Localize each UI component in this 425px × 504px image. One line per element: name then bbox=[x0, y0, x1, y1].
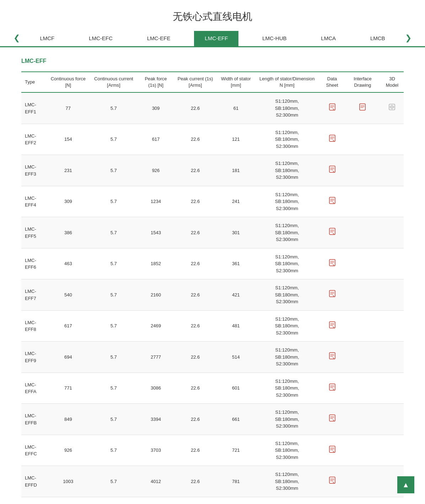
cell-peak-force: 3086 bbox=[138, 372, 173, 404]
cell-cont-current: 5.7 bbox=[89, 248, 138, 279]
cell-data-sheet[interactable] bbox=[319, 217, 345, 248]
cell-peak-force: 309 bbox=[138, 92, 173, 124]
table-row: LMC-EFFD10035.7401222.6781S1:120mm,SB:18… bbox=[21, 466, 404, 497]
cell-peak-force: 1234 bbox=[138, 186, 173, 217]
tab-lmc-hub[interactable]: LMC-HUB bbox=[252, 31, 297, 47]
col-header-length-stator: Length of stator/Dimension N [mm] bbox=[254, 72, 319, 92]
cell-interface-drawing bbox=[345, 466, 381, 497]
cell-data-sheet[interactable] bbox=[319, 342, 345, 373]
cell-length-stator: S1:120mm,SB:180mm,S2:300mm bbox=[254, 466, 319, 497]
cell-cont-force: 1003 bbox=[47, 466, 89, 497]
cell-type: LMC-EFF9 bbox=[21, 342, 47, 373]
cell-peak-current: 22.6 bbox=[173, 466, 217, 497]
tabs-wrapper: LMCFLMC-EFCLMC-EFELMC-EFFLMC-HUBLMCALMCB bbox=[23, 31, 402, 45]
cell-width-stator: 301 bbox=[217, 217, 254, 248]
svg-rect-5 bbox=[329, 197, 335, 204]
cell-3d-model[interactable] bbox=[381, 92, 404, 124]
table-row: LMC-EFFC9265.7370322.6721S1:120mm,SB:180… bbox=[21, 435, 404, 466]
svg-rect-0 bbox=[329, 104, 335, 110]
cell-cont-current: 5.7 bbox=[89, 155, 138, 186]
pdf-icon[interactable] bbox=[329, 199, 335, 205]
svg-rect-7 bbox=[329, 259, 335, 266]
pdf-icon[interactable] bbox=[329, 448, 335, 454]
cell-peak-force: 3703 bbox=[138, 435, 173, 466]
cell-length-stator: S1:120mm,SB:180mm,S2:300mm bbox=[254, 248, 319, 279]
cell-peak-force: 1852 bbox=[138, 248, 173, 279]
cell-data-sheet[interactable] bbox=[319, 124, 345, 155]
cell-cont-force: 540 bbox=[47, 279, 89, 311]
cell-cont-force: 77 bbox=[47, 92, 89, 124]
cell-interface-drawing[interactable] bbox=[345, 92, 381, 124]
tab-lmc-efc[interactable]: LMC-EFC bbox=[78, 31, 123, 47]
cell-peak-current: 22.6 bbox=[173, 186, 217, 217]
prev-arrow-icon[interactable]: ❮ bbox=[11, 30, 23, 46]
table-row: LMC-EFF32315.792622.6181S1:120mm,SB:180m… bbox=[21, 155, 404, 186]
pdf-icon[interactable] bbox=[329, 323, 335, 329]
tab-lmca[interactable]: LMCA bbox=[310, 31, 346, 47]
col-header-cont-current: Continuous current [Arms] bbox=[89, 72, 138, 92]
cell-cont-force: 926 bbox=[47, 435, 89, 466]
cell-data-sheet[interactable] bbox=[319, 404, 345, 435]
cell-interface-drawing bbox=[345, 186, 381, 217]
cell-data-sheet[interactable] bbox=[319, 466, 345, 497]
cell-3d-model bbox=[381, 279, 404, 311]
pdf-icon[interactable] bbox=[329, 354, 335, 360]
next-arrow-icon[interactable]: ❯ bbox=[402, 30, 414, 46]
interface-pdf-icon[interactable] bbox=[359, 106, 366, 112]
pdf-icon[interactable] bbox=[329, 417, 335, 423]
table-row: LMC-EFF1775.730922.661S1:120mm,SB:180mm,… bbox=[21, 92, 404, 124]
col-header-model-3d: 3D Model bbox=[381, 72, 404, 92]
pdf-icon[interactable] bbox=[329, 261, 335, 267]
cell-data-sheet[interactable] bbox=[319, 155, 345, 186]
cell-peak-force: 4012 bbox=[138, 466, 173, 497]
pdf-icon[interactable] bbox=[329, 292, 335, 298]
tab-lmcf[interactable]: LMCF bbox=[29, 31, 65, 47]
svg-rect-13 bbox=[329, 446, 335, 452]
cell-peak-current: 22.6 bbox=[173, 248, 217, 279]
cell-data-sheet[interactable] bbox=[319, 310, 345, 342]
cell-3d-model bbox=[381, 404, 404, 435]
cell-interface-drawing bbox=[345, 404, 381, 435]
cell-data-sheet[interactable] bbox=[319, 372, 345, 404]
pdf-icon[interactable] bbox=[329, 106, 335, 112]
svg-rect-1 bbox=[360, 104, 365, 110]
table-row: LMC-EFF96945.7277722.6514S1:120mm,SB:180… bbox=[21, 342, 404, 373]
back-to-top-button[interactable]: ▲ bbox=[397, 476, 414, 493]
col-header-peak-current: Peak current (1s) [Arms] bbox=[173, 72, 217, 92]
product-table: TypeContinuous force [N]Continuous curre… bbox=[21, 71, 404, 497]
cell-length-stator: S1:120mm,SB:180mm,S2:300mm bbox=[254, 92, 319, 124]
page-title: 无铁心式直线电机 bbox=[0, 0, 425, 30]
cell-interface-drawing bbox=[345, 248, 381, 279]
svg-rect-14 bbox=[329, 477, 335, 483]
cell-interface-drawing bbox=[345, 342, 381, 373]
cell-cont-current: 5.7 bbox=[89, 372, 138, 404]
tab-lmc-efe[interactable]: LMC-EFE bbox=[136, 31, 181, 47]
cell-data-sheet[interactable] bbox=[319, 92, 345, 124]
pdf-icon[interactable] bbox=[329, 168, 335, 174]
cell-width-stator: 61 bbox=[217, 92, 254, 124]
cell-cont-force: 617 bbox=[47, 310, 89, 342]
svg-rect-9 bbox=[329, 322, 335, 328]
tab-lmcb[interactable]: LMCB bbox=[360, 31, 396, 47]
cell-peak-force: 2777 bbox=[138, 342, 173, 373]
cell-data-sheet[interactable] bbox=[319, 248, 345, 279]
pdf-icon[interactable] bbox=[329, 386, 335, 392]
cell-data-sheet[interactable] bbox=[319, 435, 345, 466]
3d-model-icon[interactable] bbox=[389, 105, 395, 111]
cell-peak-current: 22.6 bbox=[173, 217, 217, 248]
cell-peak-current: 22.6 bbox=[173, 404, 217, 435]
cell-peak-current: 22.6 bbox=[173, 155, 217, 186]
cell-data-sheet[interactable] bbox=[319, 279, 345, 311]
cell-length-stator: S1:120mm,SB:180mm,S2:300mm bbox=[254, 279, 319, 311]
cell-type: LMC-EFF1 bbox=[21, 92, 47, 124]
pdf-icon[interactable] bbox=[329, 137, 335, 143]
cell-peak-current: 22.6 bbox=[173, 279, 217, 311]
cell-cont-current: 5.7 bbox=[89, 279, 138, 311]
cell-data-sheet[interactable] bbox=[319, 186, 345, 217]
pdf-icon[interactable] bbox=[329, 479, 335, 485]
tab-lmc-eff[interactable]: LMC-EFF bbox=[194, 31, 238, 47]
col-header-peak-force: Peak force (1s) [N] bbox=[138, 72, 173, 92]
cell-3d-model bbox=[381, 372, 404, 404]
cell-length-stator: S1:120mm,SB:180mm,S2:300mm bbox=[254, 372, 319, 404]
pdf-icon[interactable] bbox=[329, 230, 335, 236]
